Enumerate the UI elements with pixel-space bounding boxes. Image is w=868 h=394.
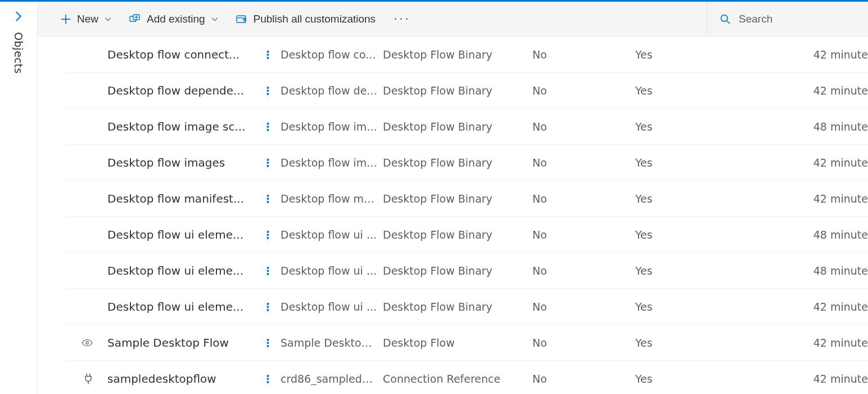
- row-name: Sample Desktop ...: [281, 337, 383, 349]
- search-input[interactable]: [739, 13, 840, 25]
- add-existing-label: Add existing: [147, 13, 205, 25]
- row-modified: 48 minute: [734, 120, 868, 133]
- publish-button[interactable]: Publish all customizations: [230, 8, 382, 30]
- row-type-icon: [65, 373, 107, 384]
- row-managed: No: [532, 84, 635, 97]
- row-more-button[interactable]: ⋮: [255, 192, 281, 205]
- row-type: Desktop Flow Binary: [383, 120, 532, 133]
- row-modified: 42 minute: [734, 373, 868, 385]
- row-more-button[interactable]: ⋮: [255, 265, 281, 277]
- row-managed: No: [532, 48, 635, 61]
- row-more-button[interactable]: ⋮: [255, 84, 281, 97]
- table-row[interactable]: Desktop flow image sc...⋮Desktop flow im…: [65, 109, 868, 145]
- vertical-ellipsis-icon: ⋮: [263, 192, 273, 205]
- row-managed: No: [532, 265, 635, 277]
- vertical-ellipsis-icon: ⋮: [263, 84, 273, 97]
- row-modified: 42 minute: [734, 192, 868, 205]
- row-display-name[interactable]: Desktop flow images: [107, 156, 255, 169]
- chevron-down-icon: [211, 15, 219, 23]
- table-row[interactable]: Desktop flow ui eleme...⋮Desktop flow ui…: [65, 289, 868, 325]
- publish-icon: [236, 14, 248, 25]
- toolbar: New Add existing: [38, 2, 868, 37]
- row-customizable: Yes: [635, 156, 734, 169]
- row-name: crd86_sampledes...: [281, 373, 383, 385]
- row-type: Desktop Flow Binary: [383, 301, 532, 313]
- table-row[interactable]: Desktop flow ui eleme...⋮Desktop flow ui…: [65, 217, 868, 253]
- vertical-ellipsis-icon: ⋮: [263, 373, 273, 385]
- row-display-name[interactable]: Desktop flow image sc...: [107, 120, 255, 133]
- row-modified: 42 minute: [734, 301, 868, 313]
- more-commands-button[interactable]: ···: [387, 12, 417, 26]
- row-type: Desktop Flow: [383, 337, 532, 349]
- row-more-button[interactable]: ⋮: [255, 156, 281, 169]
- row-name: Desktop flow de...: [281, 84, 383, 97]
- row-type: Connection Reference: [383, 373, 532, 385]
- row-type: Desktop Flow Binary: [383, 265, 532, 277]
- row-customizable: Yes: [635, 229, 734, 241]
- row-type: Desktop Flow Binary: [383, 229, 532, 241]
- sidebar-tab-objects[interactable]: Objects: [12, 32, 25, 74]
- table-row[interactable]: Desktop flow ui eleme...⋮Desktop flow ui…: [65, 253, 868, 289]
- row-managed: No: [532, 373, 635, 385]
- row-customizable: Yes: [635, 192, 734, 205]
- row-customizable: Yes: [635, 48, 734, 61]
- row-display-name[interactable]: Desktop flow ui eleme...: [107, 228, 255, 241]
- row-more-button[interactable]: ⋮: [255, 337, 281, 349]
- row-more-button[interactable]: ⋮: [255, 373, 281, 385]
- row-more-button[interactable]: ⋮: [255, 48, 281, 61]
- row-type: Desktop Flow Binary: [383, 156, 532, 169]
- row-type: Desktop Flow Binary: [383, 84, 532, 97]
- vertical-ellipsis-icon: ⋮: [263, 48, 273, 61]
- row-customizable: Yes: [635, 337, 734, 349]
- row-display-name[interactable]: Desktop flow depende...: [107, 84, 255, 97]
- row-display-name[interactable]: Desktop flow manifest...: [107, 192, 255, 205]
- vertical-ellipsis-icon: ⋮: [263, 229, 273, 241]
- add-existing-button[interactable]: Add existing: [123, 8, 224, 30]
- row-customizable: Yes: [635, 373, 734, 385]
- new-button[interactable]: New: [55, 8, 117, 30]
- row-modified: 42 minute: [734, 48, 868, 61]
- row-type-icon: [65, 339, 107, 347]
- table-row[interactable]: Desktop flow images⋮Desktop flow im...De…: [65, 145, 868, 181]
- chevron-right-icon: [13, 11, 24, 22]
- row-customizable: Yes: [635, 265, 734, 277]
- table-row[interactable]: Desktop flow connect...⋮Desktop flow co.…: [65, 37, 868, 73]
- row-modified: 42 minute: [734, 84, 868, 97]
- row-more-button[interactable]: ⋮: [255, 301, 281, 313]
- row-name: Desktop flow ui ...: [281, 229, 383, 241]
- row-managed: No: [532, 337, 635, 349]
- expand-sidebar-button[interactable]: [10, 7, 28, 32]
- table-row[interactable]: Desktop flow depende...⋮Desktop flow de.…: [65, 73, 868, 109]
- row-managed: No: [532, 156, 635, 169]
- svg-point-6: [86, 341, 89, 344]
- row-name: Desktop flow im...: [281, 120, 383, 133]
- row-display-name[interactable]: Desktop flow connect...: [107, 48, 255, 61]
- row-name: Desktop flow ui ...: [281, 265, 383, 277]
- row-more-button[interactable]: ⋮: [255, 120, 281, 133]
- chevron-down-icon: [104, 15, 112, 23]
- row-display-name[interactable]: Sample Desktop Flow: [107, 336, 255, 350]
- row-modified: 48 minute: [734, 265, 868, 277]
- row-customizable: Yes: [635, 120, 734, 133]
- svg-line-5: [727, 20, 730, 23]
- vertical-ellipsis-icon: ⋮: [263, 120, 273, 133]
- row-managed: No: [532, 229, 635, 241]
- row-managed: No: [532, 301, 635, 313]
- new-button-label: New: [77, 13, 98, 25]
- publish-label: Publish all customizations: [254, 13, 376, 25]
- add-existing-icon: [129, 14, 141, 25]
- row-modified: 42 minute: [734, 156, 868, 169]
- row-display-name[interactable]: Desktop flow ui eleme...: [107, 264, 255, 277]
- row-display-name[interactable]: Desktop flow ui eleme...: [107, 300, 255, 314]
- table-row[interactable]: Sample Desktop Flow⋮Sample Desktop ...De…: [65, 325, 868, 361]
- row-name: Desktop flow ui ...: [281, 301, 383, 313]
- sidebar: Objects: [0, 2, 38, 394]
- search-icon: [720, 14, 731, 25]
- vertical-ellipsis-icon: ⋮: [263, 156, 273, 169]
- table-row[interactable]: sampledesktopflow⋮crd86_sampledes...Conn…: [65, 361, 868, 394]
- row-display-name[interactable]: sampledesktopflow: [107, 372, 255, 386]
- plus-icon: [60, 14, 71, 25]
- row-more-button[interactable]: ⋮: [255, 229, 281, 241]
- table-row[interactable]: Desktop flow manifest...⋮Desktop flow ma…: [65, 181, 868, 217]
- row-customizable: Yes: [635, 301, 734, 313]
